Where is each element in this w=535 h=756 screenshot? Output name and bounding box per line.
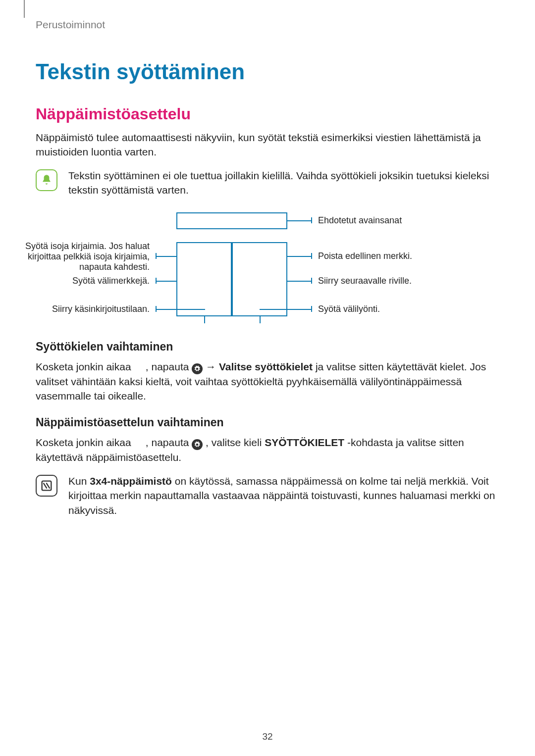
note-text: Kun 3x4-näppäimistö on käytössä, samassa… [68,474,499,517]
breadcrumb: Perustoiminnot [36,19,499,31]
section-heading: Näppäimistöasettelu [36,105,499,123]
page-content: Perustoiminnot Tekstin syöttäminen Näppä… [0,0,535,517]
diagram-connector [260,309,311,310]
bold-label: Valitse syöttökielet [219,361,313,372]
memo-icon [36,475,57,497]
note-block: Kun 3x4-näppäimistö on käytössä, samassa… [36,474,499,517]
diagram-tick [156,278,157,284]
note-text: Tekstin syöttäminen ei ole tuettua joill… [68,168,499,198]
note-block: Tekstin syöttäminen ei ole tuettua joill… [36,168,499,198]
placeholder-icon [134,361,143,372]
placeholder-icon [134,437,143,448]
page-number: 32 [0,731,535,742]
subsection-heading: Syöttökielen vaihtaminen [36,340,499,353]
diagram-tick [311,278,312,284]
diagram-tick [156,253,157,259]
diagram-label-symbols: Syötä välimerkkejä. [72,276,150,286]
diagram-connector [157,281,176,282]
bold-label: 3x4-näppäimistö [90,475,172,487]
text-fragment: Kosketa jonkin aikaa [36,361,134,372]
diagram-suggestion-bar [176,212,287,229]
diagram-connector [287,256,311,257]
body-paragraph: Kosketa jonkin aikaa , napauta , valitse… [36,435,499,464]
diagram-connector [157,309,205,310]
diagram-connector [157,256,176,257]
text-fragment: , napauta [146,361,192,372]
diagram-tick [311,253,312,259]
diagram-label-newline: Siirry seuraavalle riville. [318,276,412,286]
settings-icon [192,439,203,450]
diagram-tick [156,306,157,312]
diagram-keyboard-right [232,242,287,316]
text-fragment: Kun [68,475,90,487]
bell-icon [36,169,57,191]
diagram-label-delete: Poista edellinen merkki. [318,251,412,261]
page-title: Tekstin syöttäminen [36,59,499,84]
text-fragment: , napauta [146,437,192,448]
diagram-connector [204,316,205,323]
body-paragraph: Kosketa jonkin aikaa , napauta → Valitse… [36,359,499,403]
svg-rect-0 [42,481,52,490]
intro-paragraph: Näppäimistö tulee automaattisesti näkyvi… [36,130,499,159]
diagram-label-caps: Syötä isoja kirjaimia. Jos haluat kirjoi… [1,241,150,272]
subsection-heading: Näppäimistöasettelun vaihtaminen [36,416,499,429]
diagram-tick [311,306,312,312]
keyboard-diagram: Ehdotetut avainsanat Poista edellinen me… [36,212,499,326]
diagram-label-suggest: Ehdotetut avainsanat [318,215,402,226]
text-fragment: Kosketa jonkin aikaa [36,437,134,448]
settings-icon [192,363,203,374]
text-fragment: , valitse kieli [206,437,265,448]
diagram-keyboard-left [176,242,232,316]
bold-label: SYÖTTÖKIELET [265,437,344,448]
diagram-label-handwrite: Siirry käsinkirjoitustilaan. [52,304,150,314]
diagram-connector [287,281,311,282]
diagram-label-space: Syötä välilyönti. [318,304,380,314]
arrow-text: → [206,361,219,372]
diagram-connector [287,220,311,221]
diagram-tick [311,217,312,223]
diagram-connector [260,316,261,323]
